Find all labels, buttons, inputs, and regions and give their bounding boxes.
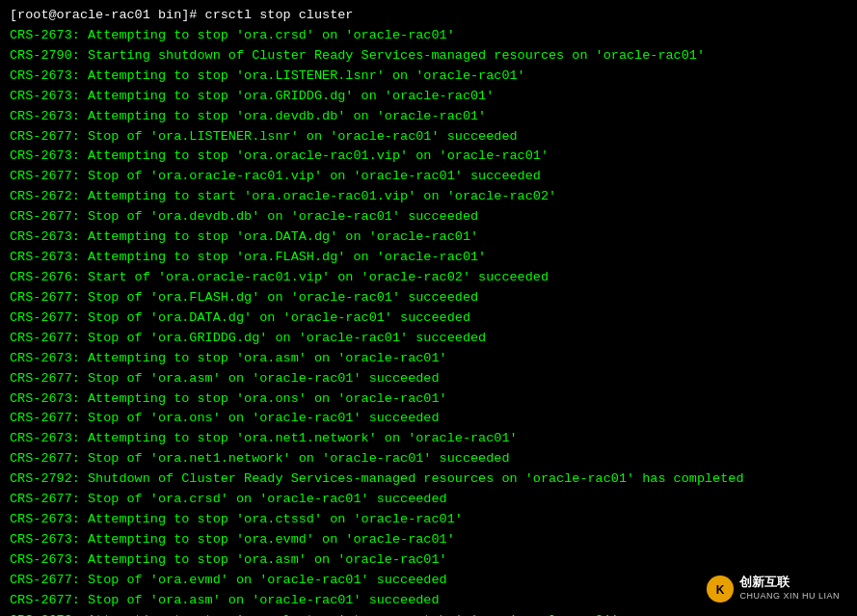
terminal-line: CRS-2673: Attempting to stop 'ora.FLASH.…: [10, 248, 847, 268]
terminal-line: CRS-2673: Attempting to stop 'ora.devdb.…: [10, 107, 847, 127]
svg-text:K: K: [716, 582, 725, 596]
terminal: [root@oracle-rac01 bin]# crsctl stop clu…: [0, 0, 857, 616]
terminal-line: CRS-2677: Stop of 'ora.oracle-rac01.vip'…: [10, 167, 847, 187]
terminal-line: CRS-2677: Stop of 'ora.DATA.dg' on 'orac…: [10, 308, 847, 329]
watermark: K 创新互联 CHUANG XIN HU LIAN: [699, 571, 847, 606]
watermark-text: 创新互联 CHUANG XIN HU LIAN: [739, 575, 840, 603]
terminal-line: CRS-2677: Stop of 'ora.ons' on 'oracle-r…: [10, 409, 847, 429]
terminal-line: CRS-2676: Start of 'ora.oracle-rac01.vip…: [10, 268, 847, 288]
terminal-line: CRS-2673: Attempting to stop 'ora.crsd' …: [10, 26, 847, 46]
terminal-line: CRS-2672: Attempting to start 'ora.oracl…: [10, 187, 847, 207]
watermark-icon: K: [707, 576, 734, 603]
terminal-line: CRS-2677: Stop of 'ora.LISTENER.lsnr' on…: [10, 127, 847, 147]
terminal-line: CRS-2677: Stop of 'ora.asm' on 'oracle-r…: [10, 369, 847, 389]
terminal-line: CRS-2677: Stop of 'ora.GRIDDG.dg' on 'or…: [10, 329, 847, 349]
terminal-line: CRS-2673: Attempting to stop 'ora.oracle…: [10, 147, 847, 167]
terminal-line: CRS-2673: Attempting to stop 'ora.net1.n…: [10, 429, 847, 449]
terminal-line: CRS-2673: Attempting to stop 'ora.LISTEN…: [10, 67, 847, 87]
prompt-line: [root@oracle-rac01 bin]# crsctl stop clu…: [10, 6, 847, 26]
terminal-line: CRS-2677: Stop of 'ora.FLASH.dg' on 'ora…: [10, 288, 847, 308]
terminal-line: CRS-2792: Shutdown of Cluster Ready Serv…: [10, 469, 847, 490]
terminal-line: CRS-2673: Attempting to stop 'ora.cluste…: [10, 611, 847, 616]
terminal-line: CRS-2673: Attempting to stop 'ora.asm' o…: [10, 349, 847, 369]
terminal-line: CRS-2677: Stop of 'ora.crsd' on 'oracle-…: [10, 490, 847, 510]
terminal-line: CRS-2677: Stop of 'ora.net1.network' on …: [10, 449, 847, 469]
terminal-line: CRS-2673: Attempting to stop 'ora.ctssd'…: [10, 510, 847, 530]
terminal-line: CRS-2673: Attempting to stop 'ora.DATA.d…: [10, 228, 847, 248]
terminal-line: CRS-2673: Attempting to stop 'ora.evmd' …: [10, 530, 847, 550]
terminal-line: CRS-2790: Starting shutdown of Cluster R…: [10, 46, 847, 67]
terminal-line: CRS-2673: Attempting to stop 'ora.asm' o…: [10, 550, 847, 571]
terminal-line: CRS-2677: Stop of 'ora.devdb.db' on 'ora…: [10, 207, 847, 228]
terminal-line: CRS-2673: Attempting to stop 'ora.GRIDDG…: [10, 87, 847, 107]
terminal-line: CRS-2673: Attempting to stop 'ora.ons' o…: [10, 389, 847, 410]
